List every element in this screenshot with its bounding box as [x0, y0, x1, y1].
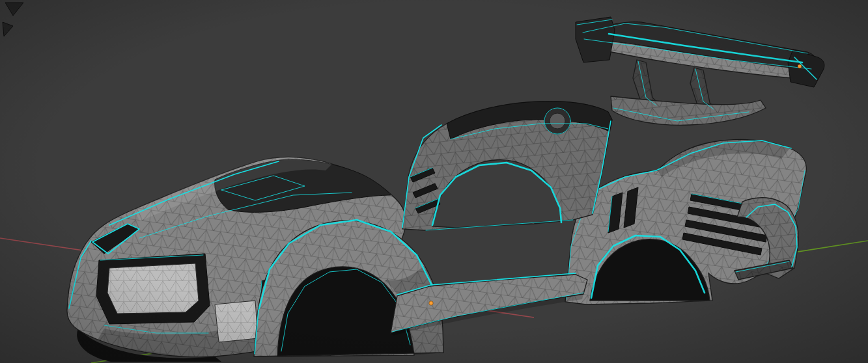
front-grille-panel: [107, 263, 199, 314]
bumper-lower-panel: [215, 301, 258, 342]
object-origin-marker: [429, 301, 433, 305]
3d-viewport[interactable]: [0, 0, 868, 363]
viewport-canvas[interactable]: [0, 0, 868, 363]
fuel-cap: [550, 113, 565, 129]
wing-origin-marker: [798, 64, 802, 68]
